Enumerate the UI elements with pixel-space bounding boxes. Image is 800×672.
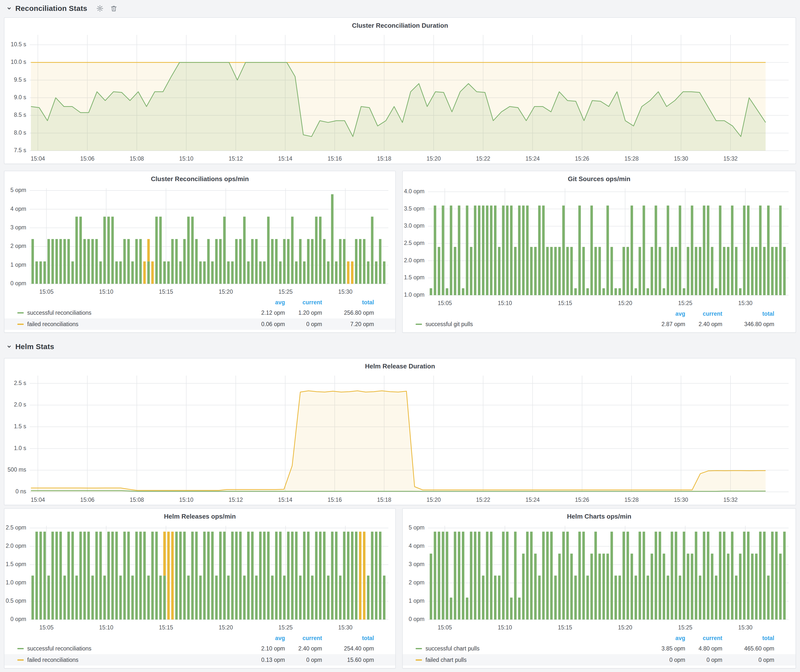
legend-header-total[interactable]: total — [322, 635, 374, 642]
section-header-reconciliation-stats[interactable]: Reconciliation Stats — [4, 2, 796, 15]
helm-releases-chart[interactable]: 0 opm0.5 opm1.0 opm1.5 opm2.0 opm2.5 opm… — [5, 522, 395, 632]
legend-stat-current: 0 opm — [285, 657, 322, 663]
legend: avgcurrenttotalsuccessful git pulls2.87 … — [403, 308, 795, 332]
svg-text:15:20: 15:20 — [426, 497, 441, 503]
legend-stat-total: 0 opm — [722, 657, 774, 663]
panel-title[interactable]: Git Sources ops/min — [403, 171, 795, 184]
legend-row: failed reconciliations0.06 opm0 opm7.20 … — [5, 318, 395, 330]
legend-header-total[interactable]: total — [722, 635, 774, 642]
svg-text:15:20: 15:20 — [219, 624, 233, 631]
panel-title[interactable]: Helm Releases ops/min — [5, 509, 395, 522]
svg-text:15:25: 15:25 — [678, 624, 693, 631]
svg-text:15:10: 15:10 — [179, 497, 194, 503]
svg-text:15:12: 15:12 — [229, 155, 243, 162]
svg-text:5 opm: 5 opm — [10, 187, 26, 193]
legend-stat-current: 1.20 opm — [285, 310, 322, 316]
svg-text:15:25: 15:25 — [278, 624, 293, 631]
svg-text:7.5 s: 7.5 s — [14, 147, 26, 154]
legend-series-toggle[interactable]: failed reconciliations — [17, 321, 248, 328]
svg-text:2 opm: 2 opm — [10, 243, 26, 249]
panel-title[interactable]: Helm Release Duration — [5, 358, 795, 372]
svg-text:15:18: 15:18 — [377, 497, 391, 503]
cluster-reconciliations-chart[interactable]: 0 opm1 opm2 opm3 opm4 opm5 opm15:0515:10… — [5, 184, 395, 297]
svg-text:0 ns: 0 ns — [16, 488, 26, 494]
legend-stat-total: 15.60 opm — [322, 657, 374, 663]
legend-header-row: avgcurrenttotal — [5, 298, 395, 307]
svg-text:15:20: 15:20 — [618, 624, 632, 631]
panel-title[interactable]: Helm Charts ops/min — [403, 509, 795, 522]
legend-row: successful chart pulls3.85 opm4.80 opm46… — [403, 643, 795, 654]
legend-swatch — [17, 324, 24, 325]
legend-header-total[interactable]: total — [722, 310, 774, 317]
git-sources-chart[interactable]: 1.0 opm1.5 opm2.0 opm2.5 opm3.0 opm3.5 o… — [403, 184, 795, 308]
legend-series-toggle[interactable]: successful reconciliations — [17, 645, 248, 652]
legend-series-toggle[interactable]: successful reconciliations — [17, 310, 248, 316]
legend-swatch — [17, 648, 24, 649]
panel-title[interactable]: Cluster Reconciliation Duration — [5, 18, 795, 31]
svg-text:8.5 s: 8.5 s — [14, 112, 26, 118]
svg-text:5 opm: 5 opm — [409, 524, 424, 531]
legend-series-toggle[interactable]: successful chart pulls — [416, 645, 648, 652]
legend-stat-current: 2.40 opm — [685, 321, 722, 328]
legend-header-current[interactable]: current — [685, 635, 722, 642]
svg-text:15:24: 15:24 — [525, 497, 540, 503]
legend-header-total[interactable]: total — [322, 299, 374, 306]
legend-stat-total: 7.20 opm — [322, 321, 374, 328]
svg-text:15:08: 15:08 — [130, 155, 144, 162]
panel-git-sources-opm: Git Sources ops/min 1.0 opm1.5 opm2.0 op… — [402, 171, 796, 333]
chevron-down-icon — [5, 343, 13, 350]
legend-label: successful reconciliations — [27, 310, 91, 316]
svg-text:15:15: 15:15 — [558, 624, 572, 631]
helm-release-duration-chart[interactable]: 0 ns500 ms1.0 s1.5 s2.0 s2.5 s15:0415:06… — [5, 372, 795, 505]
legend-header-current[interactable]: current — [285, 299, 322, 306]
svg-text:15:26: 15:26 — [575, 497, 589, 503]
svg-text:15:22: 15:22 — [476, 155, 490, 162]
legend-header-current[interactable]: current — [285, 635, 322, 642]
legend: avgcurrenttotalsuccessful reconciliation… — [5, 632, 395, 668]
legend-row: failed reconciliations0.13 opm0 opm15.60… — [5, 654, 395, 666]
svg-text:3.5 opm: 3.5 opm — [404, 205, 424, 212]
chevron-down-icon — [5, 5, 13, 12]
gear-icon[interactable] — [96, 5, 104, 12]
legend-series-toggle[interactable]: successful git pulls — [416, 321, 648, 328]
legend-stat-avg: 2.12 opm — [248, 310, 285, 316]
legend-header-avg[interactable]: avg — [648, 310, 685, 317]
svg-text:15:20: 15:20 — [426, 155, 441, 162]
section-header-helm-stats[interactable]: Helm Stats — [4, 340, 796, 353]
svg-text:2.0 opm: 2.0 opm — [6, 542, 26, 549]
legend-label: successful chart pulls — [426, 645, 480, 652]
svg-text:15:24: 15:24 — [525, 155, 540, 162]
legend-row: successful reconciliations2.12 opm1.20 o… — [5, 307, 395, 318]
svg-text:1.5 opm: 1.5 opm — [6, 561, 26, 567]
svg-text:3 opm: 3 opm — [10, 224, 26, 230]
svg-text:1.5 s: 1.5 s — [14, 423, 26, 430]
legend-label: failed reconciliations — [27, 321, 78, 328]
svg-text:15:30: 15:30 — [674, 155, 688, 162]
svg-text:2.5 opm: 2.5 opm — [404, 240, 424, 246]
legend-header-current[interactable]: current — [685, 310, 722, 317]
svg-text:15:15: 15:15 — [159, 288, 173, 295]
svg-text:15:30: 15:30 — [738, 300, 752, 306]
legend-series-toggle[interactable]: failed chart pulls — [416, 657, 648, 663]
trash-icon[interactable] — [110, 5, 117, 12]
svg-text:2.5 opm: 2.5 opm — [6, 524, 26, 531]
svg-text:15:30: 15:30 — [738, 624, 752, 631]
panel-title[interactable]: Cluster Reconciliations ops/min — [5, 171, 395, 184]
legend-series-toggle[interactable]: failed reconciliations — [17, 657, 248, 663]
legend-header-avg[interactable]: avg — [248, 635, 285, 642]
svg-text:1.5 opm: 1.5 opm — [404, 274, 424, 281]
legend-stat-avg: 2.87 opm — [648, 321, 685, 328]
helm-charts-chart[interactable]: 0 opm1 opm2 opm3 opm4 opm5 opm15:0515:10… — [403, 522, 795, 632]
legend-stat-total: 346.80 opm — [722, 321, 774, 328]
svg-text:15:10: 15:10 — [179, 155, 194, 162]
legend-header-avg[interactable]: avg — [248, 299, 285, 306]
legend-header-avg[interactable]: avg — [648, 635, 685, 642]
cluster-reconciliation-duration-chart[interactable]: 7.5 s8.0 s8.5 s9.0 s9.5 s10.0 s10.5 s15:… — [5, 31, 795, 163]
svg-text:2.5 s: 2.5 s — [14, 380, 26, 386]
svg-text:15:14: 15:14 — [278, 155, 293, 162]
svg-text:3.0 opm: 3.0 opm — [404, 222, 424, 229]
svg-text:15:25: 15:25 — [678, 300, 693, 306]
svg-text:15:14: 15:14 — [278, 497, 293, 503]
legend-stat-current: 0 opm — [685, 657, 722, 663]
svg-text:1.0 opm: 1.0 opm — [6, 579, 26, 586]
